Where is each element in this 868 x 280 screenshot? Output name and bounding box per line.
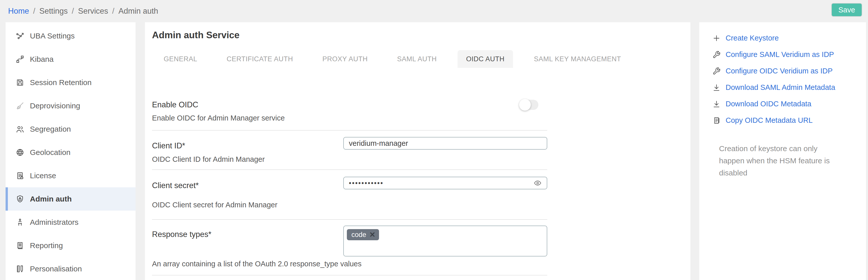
client-id-row: Client ID* veridium-manager OIDC Client … xyxy=(152,131,547,170)
tab-certificate-auth[interactable]: CERTIFICATE AUTH xyxy=(218,50,302,68)
sidebar-item-label: Deprovisioning xyxy=(30,102,80,110)
link-label: Configure SAML Veridium as IDP xyxy=(725,50,834,59)
admin-auth-service-panel: Admin auth Service GENERAL CERTIFICATE A… xyxy=(145,22,690,280)
sidebar-item-geolocation[interactable]: Geolocation xyxy=(6,141,135,164)
client-id-input[interactable]: veridium-manager xyxy=(343,137,547,150)
sidebar-item-label: Kibana xyxy=(30,55,54,64)
sidebar-item-label: Reporting xyxy=(30,241,63,250)
breadcrumb-separator: / xyxy=(72,7,74,16)
ruler-pencil-icon xyxy=(16,265,24,273)
sidebar-item-label: Segregation xyxy=(30,125,71,133)
link-label: Download SAML Admin Metadata xyxy=(725,83,835,92)
globe-icon xyxy=(16,148,24,157)
chip-remove-icon[interactable]: ✕ xyxy=(369,231,375,239)
users-icon xyxy=(16,125,24,133)
route-icon xyxy=(16,55,24,64)
sidebar-item-kibana[interactable]: Kibana xyxy=(6,47,135,71)
document-lock-icon xyxy=(16,171,24,180)
link-label: Copy OIDC Metadata URL xyxy=(725,116,812,125)
breadcrumb-home-link[interactable]: Home xyxy=(8,7,29,16)
sidebar-item-label: UBA Settings xyxy=(30,32,75,40)
sidebar-item-label: License xyxy=(30,171,56,180)
download-oidc-metadata-link[interactable]: Download OIDC Metadata xyxy=(712,96,866,112)
broom-icon xyxy=(16,102,24,110)
actions-panel: Create Keystore Configure SAML Veridium … xyxy=(699,22,866,280)
breadcrumb-separator: / xyxy=(112,7,115,16)
response-types-help: An array containing a list of the OAuth … xyxy=(152,260,362,268)
floppy-disk-icon xyxy=(16,78,24,87)
create-keystore-link[interactable]: Create Keystore xyxy=(712,30,866,46)
plus-icon xyxy=(712,34,720,42)
client-id-help: OIDC Client ID for Admin Manager xyxy=(152,155,265,164)
sidebar-item-segregation[interactable]: Segregation xyxy=(6,117,135,141)
tab-saml-auth[interactable]: SAML AUTH xyxy=(389,50,445,68)
download-icon xyxy=(712,100,720,108)
copy-oidc-metadata-url-link[interactable]: Copy OIDC Metadata URL xyxy=(712,112,866,129)
copy-icon xyxy=(712,116,720,125)
response-types-row: Response types* code ✕ An array containi… xyxy=(152,220,547,275)
sidebar-item-uba-settings[interactable]: UBA Settings xyxy=(6,24,135,47)
sidebar-item-label: Administrators xyxy=(30,218,79,226)
sidebar-item-deprovisioning[interactable]: Deprovisioning xyxy=(6,94,135,117)
wrench-icon xyxy=(712,50,720,59)
wrench-icon xyxy=(712,67,720,75)
service-tabs: GENERAL CERTIFICATE AUTH PROXY AUTH SAML… xyxy=(155,50,690,68)
client-secret-row: Client secret* ••••••••••• OIDC Client s… xyxy=(152,170,547,220)
client-secret-input[interactable]: ••••••••••• xyxy=(343,177,547,189)
breadcrumb: Home / Settings / Services / Admin auth xyxy=(0,0,158,22)
client-id-label: Client ID* xyxy=(152,141,185,150)
breadcrumb-separator: / xyxy=(33,7,35,16)
save-button[interactable]: Save xyxy=(831,3,862,17)
keystore-hsm-note: Creation of keystore can only happen whe… xyxy=(719,143,841,179)
tab-proxy-auth[interactable]: PROXY AUTH xyxy=(314,50,376,68)
enable-oidc-toggle[interactable] xyxy=(520,100,538,110)
configure-saml-idp-link[interactable]: Configure SAML Veridium as IDP xyxy=(712,46,866,63)
breadcrumb-settings: Settings xyxy=(39,7,68,16)
breadcrumb-current: Admin auth xyxy=(118,7,158,16)
client-secret-help: OIDC Client secret for Admin Manager xyxy=(152,201,277,209)
enable-oidc-row: Enable OIDC Enable OIDC for Admin Manage… xyxy=(152,98,547,131)
configure-oidc-idp-link[interactable]: Configure OIDC Veridium as IDP xyxy=(712,63,866,79)
chip-label: code xyxy=(351,231,366,239)
page-title: Admin auth Service xyxy=(152,30,690,40)
sidebar-item-label: Geolocation xyxy=(30,148,70,157)
response-type-chip: code ✕ xyxy=(347,229,379,240)
tab-general[interactable]: GENERAL xyxy=(155,50,206,68)
sidebar-item-personalisation[interactable]: Personalisation xyxy=(6,257,135,280)
client-secret-masked-value: ••••••••••• xyxy=(349,179,383,187)
enable-oidc-help: Enable OIDC for Admin Manager service xyxy=(152,114,285,122)
tab-oidc-auth[interactable]: OIDC AUTH xyxy=(458,50,513,68)
sidebar-item-license[interactable]: License xyxy=(6,164,135,187)
oidc-auth-form: Enable OIDC Enable OIDC for Admin Manage… xyxy=(152,98,547,275)
download-icon xyxy=(712,83,720,92)
link-label: Create Keystore xyxy=(725,34,779,42)
eye-icon[interactable] xyxy=(533,179,542,187)
download-saml-metadata-link[interactable]: Download SAML Admin Metadata xyxy=(712,79,866,96)
sidebar-item-admin-auth[interactable]: Admin auth xyxy=(6,187,135,211)
shield-lock-icon xyxy=(16,195,24,203)
sidebar-item-reporting[interactable]: Reporting xyxy=(6,234,135,257)
tab-saml-key-management[interactable]: SAML KEY MANAGEMENT xyxy=(525,50,629,68)
settings-sidebar: UBA Settings Kibana Session Retention De… xyxy=(6,22,135,280)
client-id-value: veridium-manager xyxy=(349,139,408,148)
network-icon xyxy=(16,32,24,40)
person-podium-icon xyxy=(16,218,24,226)
sidebar-item-session-retention[interactable]: Session Retention xyxy=(6,71,135,94)
sidebar-item-label: Personalisation xyxy=(30,265,82,273)
report-icon xyxy=(16,241,24,250)
link-label: Download OIDC Metadata xyxy=(725,100,811,108)
client-secret-label: Client secret* xyxy=(152,181,198,190)
response-types-label: Response types* xyxy=(152,230,211,239)
toggle-knob xyxy=(519,99,531,111)
sidebar-item-label: Admin auth xyxy=(30,195,72,203)
enable-oidc-label: Enable OIDC xyxy=(152,100,198,109)
link-label: Configure OIDC Veridium as IDP xyxy=(725,67,833,75)
response-types-input[interactable]: code ✕ xyxy=(343,225,547,256)
sidebar-item-administrators[interactable]: Administrators xyxy=(6,211,135,234)
breadcrumb-services: Services xyxy=(78,7,108,16)
sidebar-item-label: Session Retention xyxy=(30,78,92,87)
